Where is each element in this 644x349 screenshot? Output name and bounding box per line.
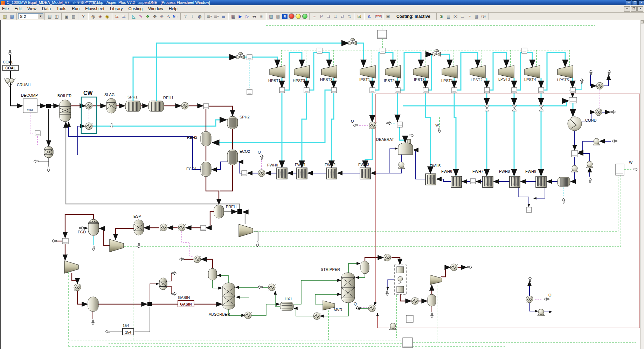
gland-arrow[interactable] — [562, 198, 565, 203]
stream-fg-eco1-preh[interactable] — [206, 177, 219, 204]
map-icon[interactable]: ⋈ — [452, 13, 459, 20]
draw-diamond-icon[interactable]: ❖ — [144, 13, 151, 20]
hx-overhead[interactable] — [384, 254, 391, 261]
hx-mvr[interactable] — [313, 313, 321, 320]
paste-special-icon[interactable]: ▦▾ — [206, 13, 213, 20]
work-box-hp[interactable] — [317, 48, 322, 53]
close-button[interactable]: ✕ — [638, 0, 644, 5]
stream-ovhd-1[interactable] — [365, 258, 383, 261]
s154-label[interactable]: 154154 — [123, 323, 134, 335]
mdi-close-button[interactable]: ✕ — [637, 6, 643, 12]
cw-out-arrow[interactable] — [608, 70, 611, 75]
stream-lpst5-vent[interactable] — [575, 83, 582, 89]
sph1[interactable]: SPH1 — [125, 95, 141, 111]
stream-extr-fwh1[interactable] — [302, 93, 306, 167]
excel-icon[interactable]: X — [282, 14, 288, 19]
stream-s154-line-1[interactable] — [134, 307, 150, 332]
flowsheet-area[interactable]: COALCOALCRUSHRYIELDDECOMPBOILERCWSLAGSPH… — [0, 20, 644, 349]
azeotrope-icon[interactable]: Δ — [366, 13, 373, 20]
cw-hx-bottom[interactable] — [85, 123, 93, 130]
fwh8[interactable]: FWH8 — [499, 169, 520, 187]
dcc-water-arrow[interactable] — [91, 320, 95, 325]
reflux-drum[interactable] — [361, 261, 369, 274]
pump-aux[interactable] — [586, 161, 593, 168]
draw-wave-icon[interactable]: ∿ — [165, 13, 172, 20]
stream-cold-reheat[interactable] — [213, 90, 331, 143]
sph2[interactable]: SPH2 — [227, 115, 250, 129]
vent-arrow[interactable] — [179, 258, 184, 261]
fwh3[interactable]: FWH3 — [358, 163, 371, 179]
valve-fwh7[interactable] — [485, 105, 489, 111]
feed-coal-arrow[interactable] — [8, 50, 12, 55]
stream-cw-loop-in[interactable] — [590, 74, 596, 86]
draw-rotate-icon[interactable]: ❈ — [158, 13, 165, 20]
stream-fw-line-6[interactable] — [437, 179, 451, 182]
stream-fg-esp-fan[interactable] — [116, 228, 134, 239]
lpst2[interactable]: LPST2 — [470, 66, 485, 82]
split-fwh67[interactable] — [470, 179, 476, 184]
dea-vent-arrow[interactable] — [409, 134, 414, 137]
stream-makeup-2[interactable] — [579, 141, 594, 152]
stream-bypass-out-1[interactable] — [167, 273, 172, 281]
split-stack[interactable] — [62, 238, 68, 244]
pump-makeup[interactable] — [593, 138, 600, 145]
stream-lean-hx1[interactable] — [294, 308, 314, 316]
step-icon[interactable]: ▷ — [244, 13, 251, 20]
hx-co2-cooler[interactable] — [411, 297, 419, 304]
ko-drain-arrow[interactable] — [430, 313, 434, 318]
stream-q-fluegas[interactable] — [182, 231, 194, 258]
history-icon[interactable]: ▩ — [275, 13, 282, 20]
boiler[interactable]: BOILER — [57, 94, 71, 122]
split-hpst2[interactable] — [304, 88, 309, 93]
w-box-right[interactable] — [406, 315, 413, 322]
stream-main-steam-1[interactable] — [133, 57, 236, 101]
split-backpass[interactable] — [203, 104, 209, 109]
menu-run[interactable]: Run — [69, 6, 82, 12]
hx-reclaim[interactable] — [526, 296, 533, 303]
valve-fwh9[interactable] — [539, 105, 543, 111]
hx-dea-desup[interactable] — [369, 122, 376, 129]
ipst2[interactable]: IPST2 — [384, 66, 401, 83]
maximize-button[interactable]: ❐ — [632, 0, 638, 5]
pump-hotwell[interactable] — [389, 323, 396, 330]
pump-reclaim[interactable] — [538, 309, 545, 316]
stream-fg-fan-fgd[interactable] — [99, 228, 110, 246]
fwh7[interactable]: FWH7 — [472, 169, 493, 187]
work-box-lp[interactable] — [522, 48, 527, 53]
split-dea[interactable] — [397, 122, 402, 127]
open-icon[interactable]: ▥ — [1, 13, 8, 20]
fwh2[interactable]: FWH2 — [325, 163, 337, 179]
hx-direct-cooler[interactable] — [74, 284, 81, 291]
junction-gasin[interactable] — [147, 302, 152, 306]
stream-aux-2[interactable] — [579, 153, 590, 161]
eco2[interactable]: ECO2 — [227, 149, 250, 165]
stream-fw-eco-link[interactable] — [212, 162, 227, 170]
junction-coal[interactable] — [46, 104, 51, 108]
work-mixer-main[interactable] — [378, 30, 387, 39]
lpst4[interactable]: LPST4 — [524, 66, 540, 82]
crush[interactable]: CRUSH — [4, 78, 30, 87]
stream-fg-bypass[interactable] — [150, 284, 159, 302]
stream-extr-fwh2[interactable] — [332, 93, 334, 167]
print-icon[interactable]: ▤ — [46, 13, 53, 20]
slag[interactable]: SLAG — [104, 93, 116, 113]
cw-hx-top[interactable] — [85, 102, 93, 109]
hx-fw-desup[interactable] — [258, 170, 265, 177]
valve-hot-reheat[interactable] — [349, 38, 356, 45]
stream-drain-9[interactable] — [534, 187, 545, 198]
stream-rich-hot[interactable] — [294, 280, 341, 304]
stream-hier-condensate[interactable] — [388, 280, 394, 290]
pump-deaerator[interactable] — [398, 162, 405, 169]
stream-extr-dea2[interactable] — [400, 127, 405, 142]
stream-extr-fwh5[interactable] — [425, 93, 430, 173]
pump-condensate[interactable] — [571, 165, 578, 172]
ipst1[interactable]: IPST1 — [359, 66, 375, 82]
lpst1[interactable]: LPST1 — [441, 66, 457, 83]
esp[interactable]: ESP — [133, 214, 144, 235]
reinitialize-icon[interactable]: ↤ — [251, 13, 258, 20]
menu-data[interactable]: Data — [39, 6, 54, 12]
economics-icon[interactable]: $ — [438, 13, 445, 20]
status-green-icon[interactable] — [302, 14, 307, 19]
co2-out-arrow[interactable] — [467, 266, 472, 269]
stream-strip-ovhd[interactable] — [348, 264, 360, 273]
